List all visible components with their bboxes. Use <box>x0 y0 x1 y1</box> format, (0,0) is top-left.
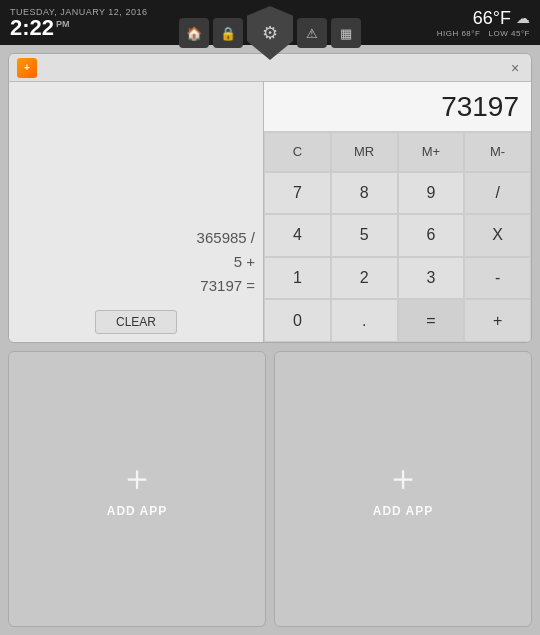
add-app-plus-icon-2: ＋ <box>385 460 421 496</box>
btn-0[interactable]: 0 <box>264 299 331 342</box>
time-value: 2:22 <box>10 17 54 39</box>
btn-8[interactable]: 8 <box>331 172 398 215</box>
btn-3[interactable]: 3 <box>398 257 465 300</box>
history-line-3: 73197 = <box>17 274 255 298</box>
add-app-label-2: ADD APP <box>373 504 434 518</box>
gear-icon: ⚙ <box>262 22 278 44</box>
btn-7[interactable]: 7 <box>264 172 331 215</box>
btn-1[interactable]: 1 <box>264 257 331 300</box>
btn-mplus[interactable]: M+ <box>398 132 465 172</box>
clock: 2:22 PM <box>10 17 147 39</box>
add-app-panel-2[interactable]: ＋ ADD APP <box>274 351 532 627</box>
btn-2[interactable]: 2 <box>331 257 398 300</box>
main-content: + × 365985 / 5 + 73197 = CLEAR 73197 C M <box>0 45 540 635</box>
btn-4[interactable]: 4 <box>264 214 331 257</box>
grid-icon[interactable]: ▦ <box>331 18 361 48</box>
btn-decimal[interactable]: . <box>331 299 398 342</box>
add-app-panel-1[interactable]: ＋ ADD APP <box>8 351 266 627</box>
alert-icon[interactable]: ⚠ <box>297 18 327 48</box>
time-section: TUESDAY, JANUARY 12, 2016 2:22 PM <box>10 7 147 39</box>
history-line-1: 365985 / <box>17 226 255 250</box>
calc-keypad: 73197 C MR M+ M- 7 8 9 / 4 5 6 <box>264 82 531 342</box>
calc-buttons: C MR M+ M- 7 8 9 / 4 5 6 X 1 2 <box>264 132 531 342</box>
high-temp: HIGH 68°F <box>437 29 481 38</box>
add-apps-row: ＋ ADD APP ＋ ADD APP <box>8 351 532 627</box>
history-line-2: 5 + <box>17 250 255 274</box>
btn-mminus[interactable]: M- <box>464 132 531 172</box>
calc-display: 73197 <box>264 82 531 132</box>
gear-shield[interactable]: ⚙ <box>247 6 293 60</box>
low-temp: LOW 45°F <box>489 29 530 38</box>
btn-c[interactable]: C <box>264 132 331 172</box>
btn-5[interactable]: 5 <box>331 214 398 257</box>
add-app-label-1: ADD APP <box>107 504 168 518</box>
top-bar: TUESDAY, JANUARY 12, 2016 2:22 PM 🏠 🔒 ⚙ … <box>0 0 540 45</box>
calc-close-button[interactable]: × <box>507 60 523 76</box>
calc-history: 365985 / 5 + 73197 = CLEAR <box>9 82 264 342</box>
temp-value: 66°F <box>473 8 511 29</box>
clear-button[interactable]: CLEAR <box>95 310 177 334</box>
calculator-app: + × 365985 / 5 + 73197 = CLEAR 73197 C M <box>8 53 532 343</box>
display-value: 73197 <box>441 91 519 123</box>
calc-body: 365985 / 5 + 73197 = CLEAR 73197 C MR M+… <box>9 82 531 342</box>
btn-add[interactable]: + <box>464 299 531 342</box>
btn-6[interactable]: 6 <box>398 214 465 257</box>
calc-app-icon: + <box>17 58 37 78</box>
cloud-icon: ☁ <box>516 10 530 26</box>
btn-equals[interactable]: = <box>398 299 465 342</box>
nav-icons: 🏠 🔒 ⚙ ⚠ ▦ <box>179 6 361 60</box>
home-icon[interactable]: 🏠 <box>179 18 209 48</box>
weather-section: 66°F ☁ HIGH 68°F LOW 45°F <box>437 8 530 38</box>
btn-9[interactable]: 9 <box>398 172 465 215</box>
ampm-label: PM <box>56 20 70 29</box>
temperature: 66°F ☁ <box>473 8 530 29</box>
high-low: HIGH 68°F LOW 45°F <box>437 29 530 38</box>
btn-multiply[interactable]: X <box>464 214 531 257</box>
btn-divide[interactable]: / <box>464 172 531 215</box>
lock-icon[interactable]: 🔒 <box>213 18 243 48</box>
add-app-plus-icon-1: ＋ <box>119 460 155 496</box>
btn-subtract[interactable]: - <box>464 257 531 300</box>
btn-mr[interactable]: MR <box>331 132 398 172</box>
